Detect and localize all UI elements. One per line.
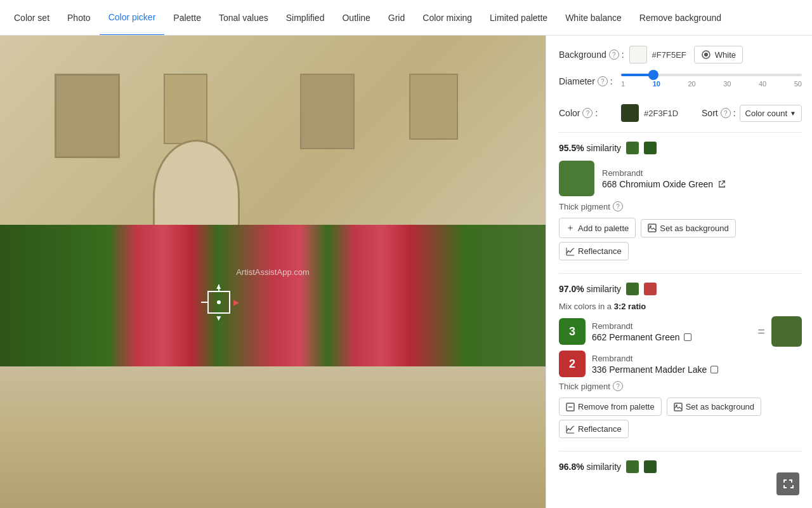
diameter-slider-thumb[interactable] xyxy=(648,70,658,80)
diameter-control: Diameter ? : 1 10 20 30 40 50 xyxy=(559,74,802,94)
external-link-icon-1[interactable] xyxy=(717,179,727,189)
diameter-label: Diameter ? : xyxy=(559,76,616,86)
nav-color-set[interactable]: Color set xyxy=(5,0,58,36)
similarity-row-2: 97.0% similarity xyxy=(559,283,802,295)
similarity-pct-1: 95.5% xyxy=(559,143,584,153)
swatch-sm-3a xyxy=(626,460,639,473)
mix-badge-2: 2 xyxy=(559,351,586,377)
svg-point-1 xyxy=(704,53,708,57)
result-card-3: 96.8% similarity xyxy=(559,451,802,486)
main-content: ▲ ▼ ▶ ArtistAssistApp.com Background ? :… xyxy=(0,36,812,508)
paint-brand-1: Rembrandt xyxy=(602,168,802,178)
nav-limited-palette[interactable]: Limited palette xyxy=(481,0,556,36)
expand-icon xyxy=(782,478,794,490)
color-help-icon[interactable]: ? xyxy=(582,108,593,118)
mix-row-paint-2: 2 Rembrandt 336 Permanent Madder Lake xyxy=(559,351,802,377)
svg-point-3 xyxy=(650,225,652,227)
paint-info-1: Rembrandt 668 Chromium Oxide Green xyxy=(602,168,802,189)
nav-color-picker[interactable]: Color picker xyxy=(100,0,165,36)
nav-white-balance[interactable]: White balance xyxy=(556,0,631,36)
set-as-background-btn-1[interactable]: Set as background xyxy=(641,219,735,237)
color-control: Color ? : #2F3F1D Sort ? : Color count ▼ xyxy=(559,104,802,122)
image-area[interactable]: ▲ ▼ ▶ ArtistAssistApp.com xyxy=(0,36,546,508)
paint-row-1: Rembrandt 668 Chromium Oxide Green xyxy=(559,161,802,196)
thick-pigment-1: Thick pigment ? xyxy=(559,201,802,211)
color-picker-crosshair[interactable]: ▲ ▼ ▶ xyxy=(207,291,230,314)
white-icon xyxy=(701,50,711,60)
remove-from-palette-btn-2[interactable]: Remove from palette xyxy=(559,398,662,416)
action-row-2: Remove from palette Set as background xyxy=(559,398,802,416)
thick-pigment-help-icon-2[interactable]: ? xyxy=(613,381,623,391)
set-as-background-btn-2[interactable]: Set as background xyxy=(667,398,761,416)
nav-grid[interactable]: Grid xyxy=(379,0,414,36)
color-hex: #2F3F1D xyxy=(644,109,678,118)
action-row-1: ＋ Add to palette Set as background xyxy=(559,218,802,238)
white-button[interactable]: White xyxy=(694,46,743,64)
mix-badge-1: 3 xyxy=(559,318,586,345)
svg-point-9 xyxy=(676,404,678,406)
nav-simplified[interactable]: Simplified xyxy=(277,0,334,36)
swatch-sm-3b xyxy=(644,460,657,473)
bg-icon-1 xyxy=(648,224,657,232)
expand-button[interactable] xyxy=(776,472,799,495)
similarity-pct-3: 96.8% xyxy=(559,462,584,472)
thick-pigment-help-icon-1[interactable]: ? xyxy=(613,201,623,211)
nav-remove-background[interactable]: Remove background xyxy=(631,0,730,36)
similarity-row-3: 96.8% similarity xyxy=(559,460,802,473)
paint-swatch-1 xyxy=(559,161,594,196)
sort-dropdown[interactable]: Color count ▼ xyxy=(740,105,802,122)
chart-icon-1 xyxy=(566,247,575,256)
navigation: Color set Photo Color picker Palette Ton… xyxy=(0,0,812,36)
background-swatch[interactable] xyxy=(629,46,647,64)
color-label: Color ? : xyxy=(559,108,616,118)
swatch-sm-2b xyxy=(644,283,657,295)
mix-info-1: Rembrandt 662 Permanent Green xyxy=(592,321,751,342)
reflectance-btn-1[interactable]: Reflectance xyxy=(559,242,629,260)
action-row-1b: Reflectance xyxy=(559,242,802,260)
remove-icon xyxy=(566,403,575,411)
equals-sign: = xyxy=(757,324,765,339)
result-card-2: 97.0% similarity Mix colors in a 3:2 rat… xyxy=(559,273,802,448)
diameter-slider-labels: 1 10 20 30 40 50 xyxy=(621,79,802,89)
reflectance-btn-2[interactable]: Reflectance xyxy=(559,420,629,438)
nav-palette[interactable]: Palette xyxy=(164,0,210,36)
nav-photo[interactable]: Photo xyxy=(58,0,100,36)
add-to-palette-btn-1[interactable]: ＋ Add to palette xyxy=(559,218,636,238)
diameter-help-icon[interactable]: ? xyxy=(598,76,608,86)
result-card-1: 95.5% similarity Rembrandt 668 Chromium … xyxy=(559,132,802,271)
sort-help-icon[interactable]: ? xyxy=(721,108,731,118)
thick-pigment-2: Thick pigment ? xyxy=(559,381,802,391)
action-row-2b: Reflectance xyxy=(559,420,802,438)
background-help-icon[interactable]: ? xyxy=(609,50,619,60)
sort-label: Sort ? : xyxy=(702,108,736,118)
palette-rect-icon-1 xyxy=(684,333,691,341)
color-swatch[interactable] xyxy=(621,104,639,122)
nav-color-mixing[interactable]: Color mixing xyxy=(414,0,481,36)
nav-tonal-values[interactable]: Tonal values xyxy=(210,0,277,36)
mix-label-2: Mix colors in a 3:2 ratio xyxy=(559,302,802,311)
background-control: Background ? : #F7F5EF White xyxy=(559,46,802,64)
swatch-sm-1b xyxy=(644,142,657,154)
sidebar: Background ? : #F7F5EF White Diameter ? … xyxy=(546,36,812,508)
diameter-slider-track xyxy=(621,74,802,76)
chart-icon-2 xyxy=(566,425,575,434)
similarity-pct-2: 97.0% xyxy=(559,284,584,294)
paint-name-1: 668 Chromium Oxide Green xyxy=(602,179,802,189)
swatch-sm-2a xyxy=(626,283,639,295)
plus-icon: ＋ xyxy=(566,222,575,234)
mix-row-paint-1: 3 Rembrandt 662 Permanent Green = xyxy=(559,316,802,347)
background-label: Background ? : xyxy=(559,50,624,60)
background-hex: #F7F5EF xyxy=(652,50,686,60)
mix-info-2: Rembrandt 336 Permanent Madder Lake xyxy=(592,354,802,375)
bg-icon-2 xyxy=(674,403,683,411)
swatch-sm-1a xyxy=(626,142,639,154)
similarity-row-1: 95.5% similarity xyxy=(559,142,802,154)
nav-outline[interactable]: Outline xyxy=(333,0,379,36)
chevron-down-icon: ▼ xyxy=(790,110,796,117)
mix-result-swatch xyxy=(771,316,802,347)
palette-rect-icon-2 xyxy=(710,366,718,373)
